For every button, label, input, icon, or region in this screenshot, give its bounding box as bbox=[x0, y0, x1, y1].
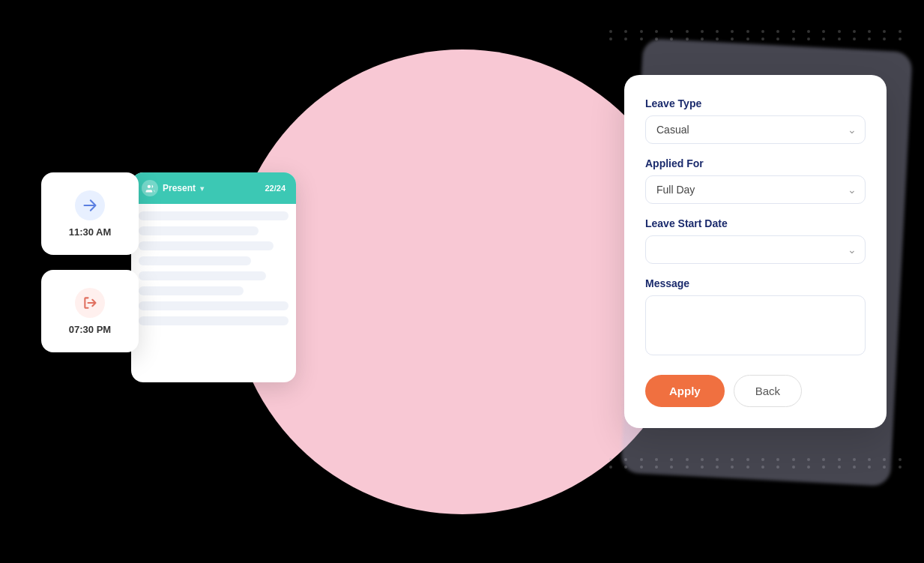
leave-start-date-field: Leave Start Date ⌄ bbox=[645, 217, 866, 264]
leave-type-field: Leave Type Casual Sick Earned Unpaid ⌄ bbox=[645, 97, 866, 144]
panel-rows bbox=[131, 204, 296, 333]
panel-row bbox=[139, 271, 266, 280]
leave-type-select[interactable]: Casual Sick Earned Unpaid bbox=[645, 115, 866, 144]
applied-for-select-wrapper[interactable]: Full Day Half Day Short Leave ⌄ bbox=[645, 175, 866, 204]
leave-type-select-wrapper[interactable]: Casual Sick Earned Unpaid ⌄ bbox=[645, 115, 866, 144]
panel-row bbox=[139, 286, 244, 295]
applied-for-field: Applied For Full Day Half Day Short Leav… bbox=[645, 157, 866, 204]
leave-start-date-select[interactable] bbox=[645, 235, 866, 264]
panel-row bbox=[139, 301, 289, 310]
applied-for-label: Applied For bbox=[645, 157, 866, 169]
checkin-icon bbox=[75, 190, 105, 220]
leave-type-label: Leave Type bbox=[645, 97, 866, 109]
panel-count: 22/24 bbox=[265, 184, 286, 193]
applied-for-select[interactable]: Full Day Half Day Short Leave bbox=[645, 175, 866, 204]
panel-row bbox=[139, 211, 289, 220]
leave-form-panel: Leave Type Casual Sick Earned Unpaid ⌄ A… bbox=[624, 75, 887, 428]
checkout-icon bbox=[75, 288, 105, 318]
checkout-time: 07:30 PM bbox=[69, 324, 111, 335]
panel-header-left: Present ▾ bbox=[142, 180, 204, 196]
leave-start-date-wrapper[interactable]: ⌄ bbox=[645, 235, 866, 264]
panel-chevron: ▾ bbox=[200, 184, 204, 193]
panel-row bbox=[139, 226, 259, 235]
panel-row bbox=[139, 256, 251, 265]
message-textarea[interactable] bbox=[645, 295, 866, 355]
panel-present-label: Present bbox=[163, 183, 196, 193]
attendance-panel: Present ▾ 22/24 bbox=[131, 172, 296, 382]
panel-header: Present ▾ 22/24 bbox=[131, 172, 296, 204]
message-label: Message bbox=[645, 277, 866, 289]
form-actions: Apply Back bbox=[645, 375, 866, 407]
panel-row bbox=[139, 241, 274, 250]
apply-button[interactable]: Apply bbox=[645, 375, 725, 407]
checkout-card: 07:30 PM bbox=[41, 270, 139, 352]
scene: 11:30 AM 07:30 PM Present bbox=[0, 0, 924, 563]
checkin-card: 11:30 AM bbox=[41, 172, 139, 255]
checkin-time: 11:30 AM bbox=[69, 226, 112, 238]
panel-users-icon bbox=[142, 180, 158, 196]
leave-start-date-label: Leave Start Date bbox=[645, 217, 866, 229]
svg-point-0 bbox=[147, 184, 150, 187]
back-button[interactable]: Back bbox=[734, 375, 802, 407]
panel-row bbox=[139, 316, 289, 325]
message-field: Message bbox=[645, 277, 866, 358]
